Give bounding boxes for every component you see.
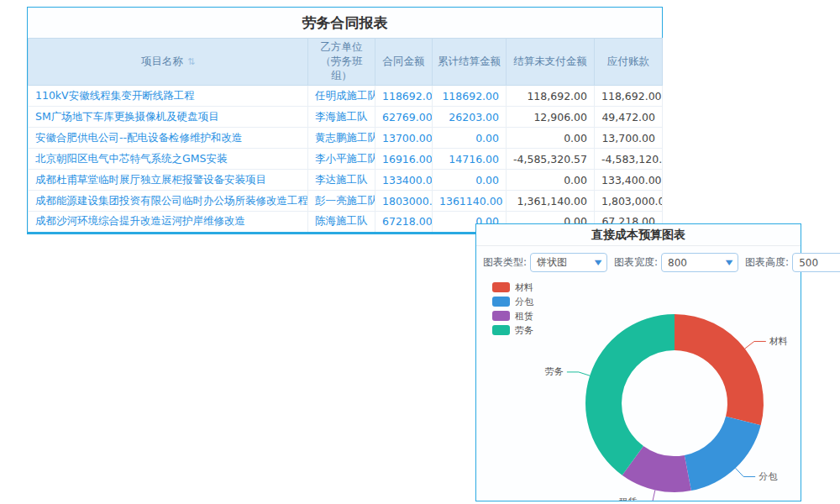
contract-amount: 133400.00	[375, 170, 433, 191]
unpaid-amount: 1,361,140.00	[507, 191, 595, 212]
labor-contract-report-panel: 劳务合同报表 项目名称⇅乙方单位（劳务班组）合同金额累计结算金额结算未支付金额应…	[27, 7, 663, 234]
settled-amount: 26203.00	[433, 107, 507, 128]
sort-icon[interactable]: ⇅	[187, 56, 195, 67]
project-name-link[interactable]: 110kV安徽线程集变开断线路工程	[29, 86, 308, 107]
contract-amount: 62769.00	[375, 107, 433, 128]
team-name: 李达施工队	[308, 170, 375, 191]
pie-slice-分包[interactable]	[685, 417, 761, 491]
payable-amount: 1,803,000.00	[595, 191, 663, 212]
donut-chart: 材料分包租赁劳务	[476, 246, 801, 501]
contract-amount: 13700.00	[375, 128, 433, 149]
team-name: 彭一亮施工队	[308, 191, 375, 212]
payable-amount: 49,472.00	[595, 107, 663, 128]
payable-amount: 118,692.00	[595, 86, 663, 107]
contract-amount: 118692.00	[375, 86, 433, 107]
team-name: 黄志鹏施工队	[308, 128, 375, 149]
slice-label-材料: 材料	[769, 336, 788, 347]
settled-amount: 14716.00	[433, 149, 507, 170]
contract-amount: 16916.00	[375, 149, 433, 170]
settled-amount: 118692.00	[433, 86, 507, 107]
team-name: 李小平施工队	[308, 149, 375, 170]
slice-label-租赁: 租赁	[619, 496, 638, 501]
chart-height-value: 500	[799, 257, 818, 269]
team-name: 李海施工队	[308, 107, 375, 128]
label-line	[641, 490, 655, 501]
table-row: SM广场地下车库更换摄像机及硬盘项目李海施工队62769.0026203.001…	[29, 107, 663, 128]
team-name: 任明成施工队	[308, 86, 375, 107]
column-header-0[interactable]: 项目名称⇅	[29, 39, 308, 86]
unpaid-amount: 0.00	[507, 170, 595, 191]
unpaid-amount: -4,585,320.57	[507, 149, 595, 170]
payable-amount: -4,583,120.57	[595, 149, 663, 170]
project-name-link[interactable]: 成都杜甫草堂临时展厅独立展柜报警设备安装项目	[29, 170, 308, 191]
table-row: 110kV安徽线程集变开断线路工程任明成施工队118692.00118692.0…	[29, 86, 663, 107]
payable-amount: 13,700.00	[595, 128, 663, 149]
contract-amount: 67218.00	[375, 212, 433, 233]
table-row: 安徽合肥供电公司--配电设备检修维护和改造黄志鹏施工队13700.000.000…	[29, 128, 663, 149]
column-header-4: 结算未支付金额	[507, 39, 595, 86]
column-header-3: 累计结算金额	[433, 39, 507, 86]
label-line	[736, 468, 756, 476]
column-header-2: 合同金额	[375, 39, 433, 86]
label-line	[567, 372, 590, 375]
table-row: 北京朝阳区电气中芯特气系统之GMS安装李小平施工队16916.0014716.0…	[29, 149, 663, 170]
report-title: 劳务合同报表	[28, 8, 662, 38]
project-name-link[interactable]: 成都沙河环境综合提升改造运河护岸维修改造	[29, 212, 308, 233]
unpaid-amount: 118,692.00	[507, 86, 595, 107]
contract-amount: 1803000.00	[375, 191, 433, 212]
chart-title: 直接成本预算图表	[476, 224, 801, 246]
pie-slice-材料[interactable]	[675, 314, 764, 425]
column-header-5: 应付账款	[595, 39, 663, 86]
settled-amount: 0.00	[433, 170, 507, 191]
table-row: 成都能源建设集团投资有限公司临时办公场所装修改造工程EPC彭一亮施工队18030…	[29, 191, 663, 212]
project-name-link[interactable]: 安徽合肥供电公司--配电设备检修维护和改造	[29, 128, 308, 149]
team-name: 陈海施工队	[308, 212, 375, 233]
project-name-link[interactable]: SM广场地下车库更换摄像机及硬盘项目	[29, 107, 308, 128]
table-header-row: 项目名称⇅乙方单位（劳务班组）合同金额累计结算金额结算未支付金额应付账款	[29, 39, 663, 86]
settled-amount: 1361140.00	[433, 191, 507, 212]
project-name-link[interactable]: 成都能源建设集团投资有限公司临时办公场所装修改造工程EPC	[29, 191, 308, 212]
label-line	[745, 341, 766, 349]
slice-label-分包: 分包	[759, 471, 778, 482]
slice-label-劳务: 劳务	[545, 366, 564, 377]
pie-slice-劳务[interactable]	[585, 314, 675, 475]
payable-amount: 133,400.00	[595, 170, 663, 191]
unpaid-amount: 12,906.00	[507, 107, 595, 128]
direct-cost-budget-chart-panel: 直接成本预算图表 图表类型: 饼状图 ▼ 图表宽度: 800 ▼ 图表高度: 5…	[475, 223, 801, 501]
project-name-link[interactable]: 北京朝阳区电气中芯特气系统之GMS安装	[29, 149, 308, 170]
unpaid-amount: 0.00	[507, 128, 595, 149]
settled-amount: 0.00	[433, 128, 507, 149]
table-row: 成都杜甫草堂临时展厅独立展柜报警设备安装项目李达施工队133400.000.00…	[29, 170, 663, 191]
column-header-1: 乙方单位（劳务班组）	[308, 39, 375, 86]
contracts-table: 项目名称⇅乙方单位（劳务班组）合同金额累计结算金额结算未支付金额应付账款 110…	[28, 38, 663, 234]
